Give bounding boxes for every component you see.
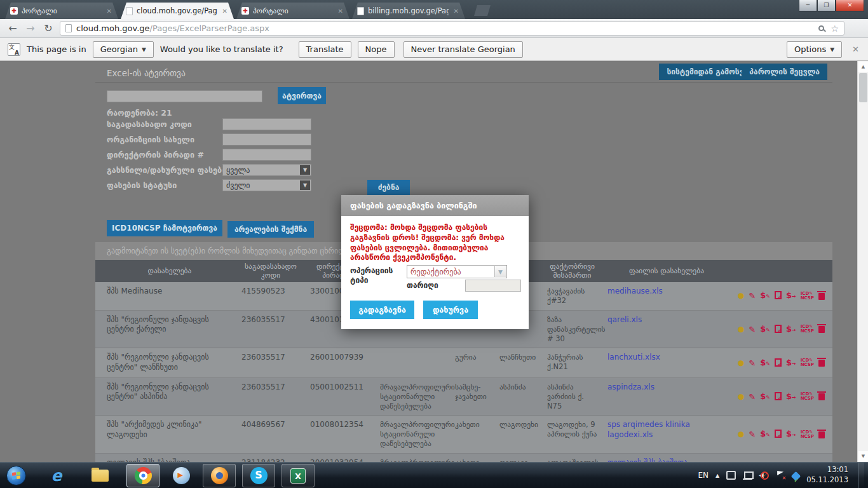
volume-muted-icon[interactable] [759,471,769,480]
edit-icon[interactable]: ✎ [749,430,756,438]
options-dropdown[interactable]: Options▼ [787,41,842,58]
icd-ncsp-icon[interactable]: ICD✎NCSP [801,392,814,401]
column-header[interactable]: ფაქტობრივი მისამართი [542,260,602,282]
icd-ncsp-icon[interactable]: ICD✎NCSP [801,358,814,367]
tab-close-icon[interactable]: ✕ [452,8,460,15]
price-send-icon[interactable]: $→ [786,392,796,402]
search-button[interactable]: ძებნა [367,180,410,195]
infobar-close-icon[interactable]: ✕ [848,44,863,54]
price-send-icon[interactable]: $→ [786,430,796,439]
taskbar-skype-button[interactable]: S [242,464,275,487]
upload-button[interactable]: ატვირთვა [278,87,326,104]
org-name-input[interactable] [222,133,311,146]
new-tab-button[interactable] [474,5,491,16]
edit-icon[interactable]: ✎ [749,325,756,334]
confirm-icon[interactable]: ✓ [775,430,782,439]
change-password-button[interactable]: პაროლის შეცვლა [742,64,827,80]
tab-close-icon[interactable]: ✕ [337,8,344,15]
language-indicator[interactable]: EN [698,471,709,480]
close-button[interactable]: ✕ [836,0,864,11]
taskbar-firefox-button[interactable] [203,464,236,487]
upload-file-input[interactable] [107,90,262,102]
status-dot-icon[interactable]: ● [738,292,744,300]
status-dot-icon[interactable]: ● [738,430,744,438]
tab-portal-2[interactable]: ✚ პორტალი ✕ [236,3,349,19]
nope-button[interactable]: Nope [358,41,395,58]
translate-button[interactable]: Translate [299,41,351,58]
taskbar-ie-button[interactable]: e [40,464,73,487]
minimize-button[interactable]: ─ [799,0,817,11]
column-header[interactable] [731,269,832,273]
maximize-button[interactable]: ❐ [817,0,836,11]
operation-type-select[interactable]: რედაქტირება▼ [407,265,507,278]
never-translate-button[interactable]: Never translate Georgian [403,41,523,58]
icd-ncsp-icon[interactable]: ICD✎NCSP [801,292,814,301]
edit-icon[interactable]: ✎ [749,359,756,367]
address-bar[interactable]: cloud.moh.gov.ge/Pages/ExcelParserPage.a… [60,21,844,36]
taskbar-media-player-button[interactable] [165,464,198,487]
taskbar-excel-button[interactable]: X [281,464,315,487]
network-icon[interactable] [743,471,752,480]
back-icon[interactable]: ← [4,22,22,34]
icd-ncsp-icon[interactable]: ICD✎NCSP [801,325,814,334]
tab-cloud-active[interactable]: cloud.moh.gov.ge/Pages/ ✕ [121,3,234,19]
send-button[interactable]: გადაგზავნა [350,301,414,319]
tab-close-icon[interactable]: ✕ [105,8,113,15]
delete-icon[interactable] [818,391,825,402]
scroll-down-icon[interactable]: ▼ [858,451,868,461]
language-dropdown[interactable]: Georgian▼ [93,41,154,58]
taskbar-explorer-button[interactable] [83,464,116,487]
confirm-icon[interactable]: ✓ [775,392,782,402]
column-header[interactable]: დასახელება [95,264,236,277]
file-link[interactable]: aspindza.xls [607,383,654,391]
file-link[interactable]: qareli.xls [607,315,642,324]
column-header[interactable]: ფაილის დასახელება [602,264,731,277]
modal-close-button[interactable]: დახურვა [423,301,478,319]
delete-icon[interactable] [818,291,825,301]
icd10ncsp-download-button[interactable]: ICD10NCSP ჩამოტვირთვა [107,220,222,236]
delete-icon[interactable] [818,324,825,334]
start-button[interactable] [6,466,26,485]
status-dot-icon[interactable]: ● [738,325,744,334]
scrollbar-thumb[interactable] [859,73,867,102]
clipboard-tray-icon[interactable] [726,471,736,480]
tab-billing[interactable]: billing.moh.gov.ge/Pages ✕ [352,3,465,19]
create-areas-button[interactable]: არეალების შექმნა [227,221,314,238]
price-send-icon[interactable]: $→ [786,325,796,334]
open-closed-select[interactable]: ყველა▼ [222,164,311,176]
edit-icon[interactable]: ✎ [749,292,756,300]
reload-icon[interactable]: ↻ [39,22,57,34]
forward-icon[interactable]: → [22,22,39,34]
delete-icon[interactable] [818,430,825,440]
dropbox-icon[interactable] [791,471,801,481]
confirm-icon[interactable]: ✓ [775,291,782,301]
price-edit-icon[interactable]: $✎ [760,392,770,402]
confirm-icon[interactable]: ✓ [775,325,782,334]
price-edit-icon[interactable]: $✎ [760,291,770,301]
edit-icon[interactable]: ✎ [749,393,756,401]
price-status-select[interactable]: ძველი▼ [222,179,311,191]
page-scrollbar[interactable]: ▲ ▼ [857,61,868,462]
price-edit-icon[interactable]: $✎ [760,430,770,439]
file-link[interactable]: lanchxuti.xlsx [607,353,660,362]
date-input[interactable] [465,280,521,292]
price-send-icon[interactable]: $→ [786,291,796,301]
price-edit-icon[interactable]: $✎ [760,358,770,368]
tab-portal-1[interactable]: ✚ პორტალი ✕ [5,3,118,19]
delete-icon[interactable] [818,358,825,368]
show-desktop-button[interactable] [858,463,864,488]
icd-ncsp-icon[interactable]: ICD✎NCSP [801,430,814,439]
taskbar-chrome-button[interactable] [126,464,159,487]
bookmark-star-icon[interactable]: ☆ [831,24,839,34]
file-link[interactable]: sps arqimedes klinika lagodexi.xls [607,420,690,439]
price-edit-icon[interactable]: $✎ [760,325,770,334]
status-dot-icon[interactable]: ● [738,359,744,367]
confirm-icon[interactable]: ✓ [775,358,782,368]
price-send-icon[interactable]: $→ [786,358,796,368]
taskbar-clock[interactable]: 13:01 05.11.2013 [806,465,848,485]
director-id-input[interactable] [222,149,311,161]
scroll-up-icon[interactable]: ▲ [858,62,868,72]
column-header[interactable]: საგადასახადო კოდი [236,260,305,282]
tab-close-icon[interactable]: ✕ [221,8,229,15]
search-icon[interactable] [818,25,824,31]
